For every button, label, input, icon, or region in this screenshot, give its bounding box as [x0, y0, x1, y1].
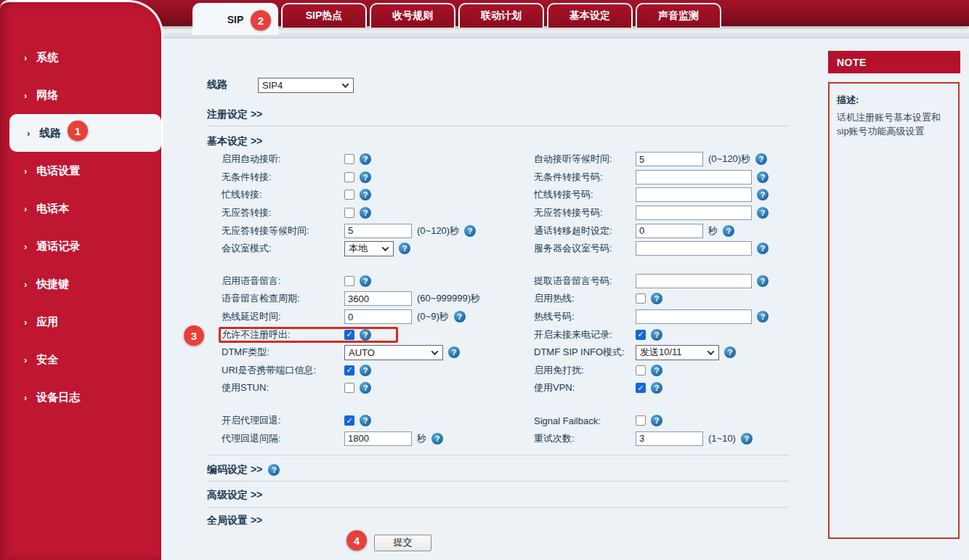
form-field: 通话转移超时设定:秒? [534, 224, 788, 238]
help-icon[interactable]: ? [268, 464, 280, 476]
help-icon[interactable]: ? [360, 275, 371, 287]
tab-4[interactable]: 联动计划 [458, 3, 544, 28]
checkbox[interactable] [636, 365, 646, 376]
sidebar-item-5[interactable]: ›电话本 [0, 190, 161, 227]
checkbox[interactable] [344, 190, 354, 200]
help-icon[interactable]: ? [755, 153, 767, 165]
section-codec-settings[interactable]: 编码设定 >> ? [207, 462, 788, 478]
checkbox[interactable]: ✓ [344, 330, 354, 340]
form-group-2: 启用语音留言:?提取语音留言号码:?语音留言检查周期:(60~999999)秒启… [207, 272, 788, 397]
checkbox[interactable] [344, 383, 354, 393]
checkbox[interactable]: ✓ [636, 330, 646, 340]
tab-5[interactable]: 基本设定 [547, 3, 633, 28]
section-advanced-settings[interactable]: 高级设定 >> [207, 488, 788, 503]
help-icon[interactable]: ? [360, 382, 371, 394]
help-icon[interactable]: ? [651, 329, 662, 341]
line-select[interactable]: SIP4 [258, 78, 354, 93]
help-icon[interactable]: ? [757, 275, 769, 287]
form-row: 开启代理回退:✓?Signal Failback:? [207, 412, 788, 430]
help-icon[interactable]: ? [360, 415, 371, 426]
help-icon[interactable]: ? [360, 207, 371, 219]
sidebar-item-4[interactable]: ›电话设置 [0, 152, 161, 190]
help-icon[interactable]: ? [651, 365, 662, 376]
sidebar-item-7[interactable]: ›快捷键 [0, 265, 161, 303]
field-label: 自动接听等候时间: [534, 153, 636, 166]
select[interactable]: 发送10/11 [636, 345, 719, 360]
field-label: 开启代理回退: [222, 414, 344, 427]
text-input[interactable] [636, 206, 752, 220]
help-icon[interactable]: ? [454, 311, 466, 322]
text-input[interactable] [344, 309, 412, 324]
text-input[interactable] [636, 241, 752, 256]
checkbox[interactable]: ✓ [344, 365, 354, 376]
sidebar-item-10[interactable]: ›设备日志 [0, 378, 161, 416]
divider [207, 507, 788, 508]
text-input[interactable] [344, 431, 412, 446]
select[interactable]: 本地 [344, 241, 394, 256]
help-icon[interactable]: ? [651, 382, 662, 394]
form-field: 使用STUN:? [222, 381, 534, 394]
help-icon[interactable]: ? [448, 346, 460, 358]
help-icon[interactable]: ? [724, 346, 736, 358]
help-icon[interactable]: ? [757, 189, 769, 200]
sidebar-item-2[interactable]: ›网络 [0, 76, 161, 114]
help-icon[interactable]: ? [360, 171, 371, 183]
checkbox[interactable] [636, 415, 646, 426]
sidebar-item-1[interactable]: ›系统 [0, 38, 161, 76]
sidebar-item-label: 通话记录 [36, 240, 80, 253]
form-field: 热线号码:? [534, 309, 788, 324]
sidebar-item-label: 电话本 [36, 202, 69, 216]
select-value: AUTO [349, 347, 375, 358]
help-icon[interactable]: ? [431, 433, 443, 445]
sidebar-item-label: 系统 [36, 51, 58, 65]
text-input[interactable] [636, 274, 752, 288]
help-icon[interactable]: ? [360, 153, 371, 165]
sidebar-item-9[interactable]: ›安全 [0, 341, 161, 378]
help-icon[interactable]: ? [464, 225, 476, 237]
form-field: 代理回退间隔:秒? [222, 431, 534, 446]
section-register-settings[interactable]: 注册设定 >> [207, 107, 788, 122]
field-label: 无应答转接号码: [534, 206, 636, 219]
tab-2[interactable]: SIP热点 [281, 3, 367, 28]
checkbox[interactable] [344, 154, 354, 164]
text-input[interactable] [636, 309, 752, 324]
help-icon[interactable]: ? [757, 311, 769, 322]
text-input[interactable] [344, 291, 412, 306]
help-icon[interactable]: ? [360, 365, 371, 376]
help-icon[interactable]: ? [757, 207, 769, 219]
checkbox[interactable]: ✓ [636, 383, 646, 393]
help-icon[interactable]: ? [723, 225, 734, 237]
form-group-3: 开启代理回退:✓?Signal Failback:?代理回退间隔:秒?重试次数:… [207, 412, 788, 447]
checkbox[interactable]: ✓ [344, 415, 354, 426]
help-icon[interactable]: ? [741, 433, 753, 445]
text-input[interactable] [636, 431, 703, 446]
help-icon[interactable]: ? [399, 243, 410, 254]
text-input[interactable] [636, 170, 752, 184]
checkbox[interactable] [344, 276, 354, 286]
section-basic-settings[interactable]: 基本设定 >> [207, 134, 788, 149]
tab-3[interactable]: 收号规则 [370, 3, 455, 28]
help-icon[interactable]: ? [360, 189, 371, 200]
help-icon[interactable]: ? [757, 243, 769, 254]
help-icon[interactable]: ? [360, 329, 371, 341]
checkbox[interactable] [344, 172, 354, 182]
tab-6[interactable]: 声音监测 [636, 3, 721, 28]
text-input[interactable] [636, 187, 752, 202]
checkbox[interactable] [344, 208, 354, 218]
help-icon[interactable]: ? [651, 415, 662, 426]
field-label: 使用VPN: [534, 381, 636, 394]
sidebar-item-6[interactable]: ›通话记录 [0, 227, 161, 265]
section-global-settings[interactable]: 全局设置 >> [207, 514, 788, 528]
text-input[interactable] [636, 152, 703, 166]
help-icon[interactable]: ? [757, 171, 769, 183]
select-value: 发送10/11 [640, 346, 682, 359]
checkbox[interactable] [636, 293, 646, 304]
submit-button[interactable]: 提交 [374, 535, 431, 551]
text-input[interactable] [344, 224, 412, 238]
field-label: DTMF SIP INFO模式: [534, 346, 636, 359]
sidebar-item-8[interactable]: ›应用 [0, 303, 161, 341]
help-icon[interactable]: ? [651, 293, 662, 304]
text-input[interactable] [636, 224, 703, 238]
form-row: 无应答转接等候时间:(0~120)秒?通话转移超时设定:秒? [207, 222, 788, 240]
select[interactable]: AUTO [344, 345, 443, 360]
